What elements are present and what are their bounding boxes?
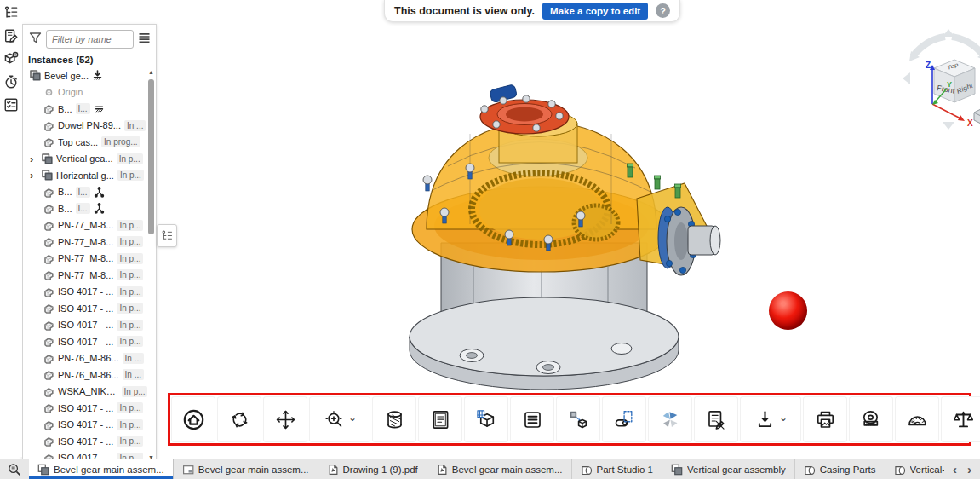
- instance-label: Vertical gea...: [56, 153, 113, 164]
- print-image-button[interactable]: [803, 396, 847, 442]
- doc-tab-7[interactable]: Casing Parts: [795, 459, 885, 479]
- x-axis-label: X: [967, 118, 973, 128]
- pan-view-button[interactable]: [263, 396, 307, 442]
- drawing-sheet-button[interactable]: [418, 396, 462, 442]
- instance-row[interactable]: ISO 4017 - ...In p...: [23, 417, 147, 434]
- doc-tab-2[interactable]: Bevel gear main assem...: [174, 459, 318, 479]
- instance-row[interactable]: B...I...: [23, 200, 147, 217]
- red-sphere-part[interactable]: [769, 291, 807, 330]
- bevel-gearbox-3d-model[interactable]: [388, 62, 733, 395]
- part-icon: [43, 136, 54, 147]
- instance-row[interactable]: ISO 4017 - ...In p...: [23, 400, 147, 417]
- instance-row[interactable]: WSKA_NIK_...In p...: [23, 384, 147, 401]
- view-only-banner: This document is view only. Make a copy …: [384, 0, 680, 22]
- tab-scroll-left[interactable]: ‹: [953, 463, 957, 476]
- assembly-tab-icon: [671, 464, 683, 476]
- scroll-up-arrow[interactable]: ▲: [147, 69, 155, 75]
- state-badge: In p...: [117, 236, 143, 247]
- export-download-button[interactable]: ⌄: [740, 396, 801, 442]
- tab-label: Casing Parts: [820, 465, 876, 475]
- instance-label: Dowel PN-89...: [58, 120, 121, 130]
- fit-view-home-button[interactable]: [171, 396, 215, 442]
- filter-by-name-input[interactable]: [46, 30, 134, 49]
- instance-row[interactable]: PN-76_M-86...In ...: [23, 350, 147, 367]
- instance-row[interactable]: ISO 4017 - ...In p...: [23, 317, 147, 334]
- left-rail: [0, 0, 22, 457]
- annotate-edit-icon[interactable]: [1, 26, 21, 46]
- instance-row[interactable]: ›Vertical gea...In p...: [23, 151, 147, 168]
- doc-tab-6[interactable]: Vertical gear assembly: [662, 459, 795, 479]
- view-cube[interactable]: Top Front Right Z X Y: [897, 26, 980, 136]
- tab-label: Bevel gear main assem...: [54, 465, 164, 475]
- instance-label: B...: [58, 204, 72, 214]
- make-copy-button[interactable]: Make a copy to edit: [542, 3, 648, 20]
- protractor-angle-button[interactable]: [895, 396, 939, 442]
- state-badge: I...: [76, 103, 90, 114]
- instance-row[interactable]: PN-77_M-8...In p...: [23, 251, 147, 268]
- part-icon: [43, 353, 54, 364]
- doc-tab-4[interactable]: Bevel gear main assem...: [427, 459, 572, 479]
- instance-row[interactable]: Origin: [23, 84, 147, 101]
- mass-properties-scale-button[interactable]: [941, 396, 980, 442]
- instance-tree-icon[interactable]: [1, 3, 21, 23]
- checklist-icon[interactable]: [1, 95, 21, 115]
- zoom-view-button[interactable]: ⌄: [309, 396, 370, 442]
- question-help-icon[interactable]: ?: [656, 3, 670, 18]
- exploded-view-button[interactable]: [556, 396, 600, 442]
- tab-scroll-right[interactable]: ›: [967, 463, 971, 476]
- state-badge: I...: [76, 203, 90, 214]
- instance-label: Bevel ge...: [44, 71, 89, 81]
- doc-tab-1[interactable]: Bevel gear main assem...: [29, 459, 174, 479]
- history-clock-icon[interactable]: [1, 72, 21, 92]
- section-plane-button[interactable]: [602, 396, 646, 442]
- instance-label: ISO 4017 - ...: [58, 403, 113, 413]
- instance-row[interactable]: PN-77_M-8...In p...: [23, 234, 147, 251]
- scrollbar-thumb[interactable]: [148, 79, 154, 234]
- instance-row[interactable]: PN-76_M-86...In ...: [23, 366, 147, 384]
- instance-row[interactable]: Bevel ge...: [23, 67, 147, 84]
- rotate-view-button[interactable]: [217, 396, 261, 442]
- instance-row[interactable]: Dowel PN-89...In ...: [23, 118, 147, 135]
- panel-scrollbar[interactable]: ▲ ▼: [147, 67, 155, 462]
- partstudio-tab-icon: [804, 464, 816, 476]
- instance-row[interactable]: Top cas...In prog...: [23, 134, 147, 151]
- list-menu-icon[interactable]: [137, 31, 152, 49]
- section-cylinder-button[interactable]: [372, 396, 416, 442]
- search-tabs-icon[interactable]: [0, 459, 29, 479]
- named-views-pinwheel-button[interactable]: [648, 396, 692, 442]
- instance-label: Top cas...: [58, 137, 98, 147]
- funnel-filter-icon[interactable]: [28, 31, 43, 49]
- state-badge: In p...: [117, 220, 143, 231]
- instance-row[interactable]: PN-77_M-8...In p...: [23, 217, 147, 234]
- instance-row[interactable]: ISO 4017 - ...In p...: [23, 433, 147, 450]
- instance-row[interactable]: ISO 4017 - ...In p...: [23, 300, 147, 317]
- version-box-icon[interactable]: [1, 49, 21, 69]
- instance-row[interactable]: B...I...: [23, 101, 147, 118]
- tree-panel-toggle[interactable]: [157, 224, 177, 247]
- instance-label: Origin: [58, 87, 83, 97]
- instance-row[interactable]: ISO 4017 - ...In p...: [23, 284, 147, 301]
- mate-connector-icon: [94, 203, 105, 214]
- caret-down-icon[interactable]: ⌄: [348, 412, 357, 424]
- instance-label: B...: [58, 187, 72, 197]
- part-icon: [43, 269, 54, 280]
- doc-tab-5[interactable]: Part Studio 1: [572, 459, 662, 479]
- doc-tab-8[interactable]: Vertical-Parts: [885, 459, 944, 479]
- instance-row[interactable]: ›Horizontal g...In p...: [23, 167, 147, 184]
- isometric-grid-cube-button[interactable]: [464, 396, 508, 442]
- instance-row[interactable]: PN-77_M-8...In p...: [23, 267, 147, 284]
- hide-annotations-button[interactable]: [694, 396, 738, 442]
- view-options-cube-icon[interactable]: [974, 109, 980, 124]
- fixed-anchor-icon: [92, 70, 103, 81]
- expand-chevron-icon[interactable]: ›: [30, 170, 38, 181]
- measure-tape-button[interactable]: [849, 396, 893, 442]
- origin-icon: [43, 87, 54, 98]
- instance-row[interactable]: ISO 4017 - ...In p...: [23, 333, 147, 350]
- state-badge: In p...: [117, 336, 143, 347]
- expand-chevron-icon[interactable]: ›: [30, 153, 38, 164]
- instance-row[interactable]: B...I...: [23, 184, 147, 201]
- doc-tab-3[interactable]: Drawing 1 (9).pdf: [318, 459, 427, 479]
- tab-label: Vertical gear assembly: [687, 465, 786, 475]
- bom-table-button[interactable]: [510, 396, 554, 442]
- caret-down-icon[interactable]: ⌄: [779, 412, 788, 424]
